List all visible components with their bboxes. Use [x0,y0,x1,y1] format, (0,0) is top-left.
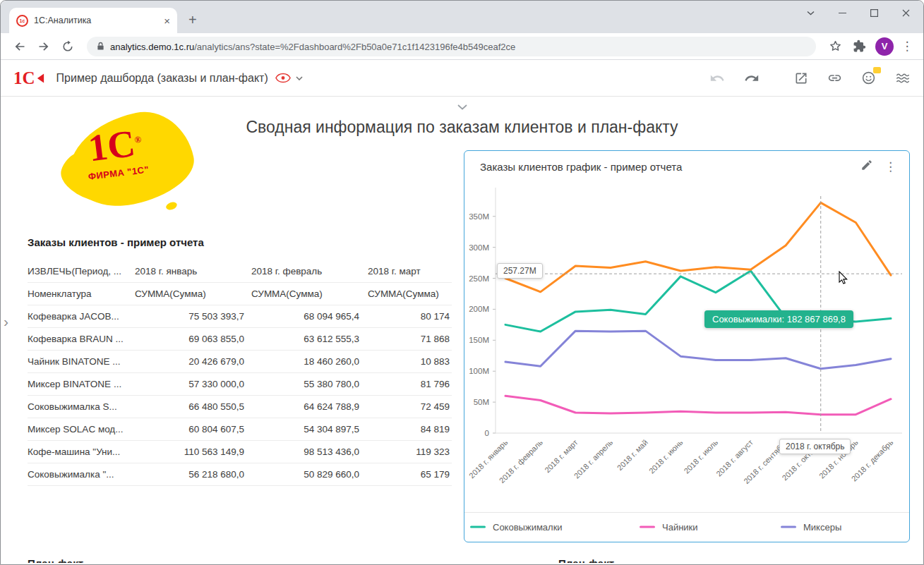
brand-logo-1c: 1С® ФИРМА "1С" [61,104,200,224]
value-cell[interactable]: 75 503 393,7 [135,311,246,322]
appearance-button[interactable] [895,71,911,86]
value-cell[interactable]: 65 179 [361,469,452,480]
value-cell[interactable]: 54 304 897,5 [246,424,361,435]
value-cell[interactable]: 68 094 965,4 [246,311,361,322]
chevron-down-icon [807,11,815,16]
open-external-button[interactable] [794,71,808,85]
x-axis-label: 2018 г. июнь [647,438,685,475]
chart-card[interactable]: Заказы клиентов график - пример отчета ⋮… [464,150,910,542]
series-line-Чайники[interactable] [505,396,891,414]
value-cell[interactable]: 84 819 [361,424,452,435]
close-window-button[interactable] [890,2,922,23]
app-logo-1c[interactable]: 1С [13,69,45,87]
extensions-button[interactable] [848,36,870,57]
star-icon [829,40,842,53]
back-button[interactable] [9,36,30,57]
forward-button[interactable] [33,36,54,57]
next-widget-title-right: План-факт [558,557,614,563]
value-cell[interactable]: 10 883 [361,356,452,367]
bookmark-star-button[interactable] [824,36,846,57]
x-value-tooltip: 2018 г. октябрь [779,439,851,454]
value-cell[interactable]: 81 796 [361,379,452,389]
table-row: Соковыжималка S...66 480 550,564 624 788… [28,396,452,418]
view-mode-eye-icon [275,73,291,83]
chart-area[interactable]: 050M100M150M200M250M300M350M2018 г. янва… [464,182,909,512]
y-axis-label: 200M [469,305,489,313]
collapse-panel-button[interactable] [457,100,467,113]
value-cell[interactable]: 20 426 679,0 [135,356,246,367]
row-label-cell[interactable]: Соковыжималка S... [28,401,135,412]
address-bar: analytics.demo.1c.ru/analytics/ans?state… [1,33,923,60]
table-row: Кофе-машина "Уни...110 563 149,998 513 4… [28,441,452,463]
browser-menu-button[interactable]: ⋮ [899,40,915,52]
value-cell[interactable]: 69 063 855,0 [135,334,246,344]
chart-menu-button[interactable]: ⋮ [884,161,896,173]
row-label-cell[interactable]: Кофеварка JACOB... [28,311,135,322]
chart-card-header: Заказы клиентов график - пример отчета ⋮ [464,151,909,182]
row-label-cell[interactable]: Миксер BINATONE ... [28,379,135,389]
x-axis-label: 2018 г. август [714,438,755,478]
series-line-Миксеры[interactable] [505,331,891,369]
edit-chart-button[interactable] [860,159,873,174]
value-cell[interactable]: 64 624 788,9 [246,401,361,412]
series-line-unlabeled[interactable] [505,202,891,291]
minimize-button[interactable] [827,2,858,23]
window-chevron-down-button[interactable] [795,2,827,23]
value-cell[interactable]: 63 612 555,3 [246,334,361,344]
x-axis-label: 2018 г. май [616,438,649,472]
header-cell: СУММА(Сумма) [361,288,452,299]
row-label-cell[interactable]: Миксер SOLAC мод... [28,424,135,435]
y-axis-label: 350M [469,212,489,221]
value-cell[interactable]: 71 868 [361,334,452,344]
value-cell[interactable]: 57 330 000,0 [135,379,246,389]
value-cell[interactable]: 110 563 149,9 [135,446,246,457]
chart-title: Заказы клиентов график - пример отчета [477,161,849,173]
browser-tab[interactable]: 1c 1С:Аналитика × [9,8,177,33]
profile-avatar[interactable]: V [875,37,894,56]
header-cell: 2018 г. март [361,266,452,277]
header-cell: СУММА(Сумма) [246,288,361,299]
registered-mark: ® [134,134,142,145]
value-cell[interactable]: 60 804 607,5 [135,424,246,435]
value-cell[interactable]: 50 829 660,0 [246,469,361,480]
redo-icon [744,71,760,86]
value-cell[interactable]: 66 480 550,5 [135,401,246,412]
legend-item[interactable]: Миксеры [781,521,841,532]
redo-button[interactable] [744,71,760,86]
browser-window: 1c 1С:Аналитика × + [0,0,924,565]
row-label-cell[interactable]: Кофе-машина "Уни... [28,446,135,457]
url-field[interactable]: analytics.demo.1c.ru/analytics/ans?state… [87,37,816,56]
value-cell[interactable]: 56 218 680,0 [135,469,246,480]
expand-panel-chevron[interactable]: › [4,314,8,329]
header-cell: Номенклатура [28,288,135,299]
app-logo-text: 1С [13,69,35,87]
legend-swatch [781,525,796,528]
row-label-cell[interactable]: Чайник BINATONE ... [28,356,135,367]
legend-item[interactable]: Чайники [640,521,698,532]
waves-icon [895,71,911,86]
value-cell[interactable]: 72 459 [361,401,452,412]
maximize-button[interactable] [858,2,890,23]
legend-item[interactable]: Соковыжималки [470,521,563,532]
value-cell[interactable]: 18 460 260,0 [246,356,361,367]
value-cell[interactable]: 119 323 [361,446,452,457]
reload-button[interactable] [57,36,78,57]
line-chart[interactable]: 050M100M150M200M250M300M350M2018 г. янва… [464,182,909,512]
value-cell[interactable]: 55 380 780,0 [246,379,361,389]
puzzle-icon [853,40,866,53]
chevron-down-icon [296,76,303,80]
title-dropdown-button[interactable] [296,76,303,80]
tab-close-button[interactable]: × [164,16,170,26]
value-cell[interactable]: 80 174 [361,311,452,322]
copy-link-button[interactable] [827,71,842,85]
table-header-row: ИЗВЛЕЧЬ(Период, ...2018 г. январь2018 г.… [28,260,452,283]
new-tab-button[interactable]: + [188,13,197,27]
pencil-icon [860,159,873,171]
row-label-cell[interactable]: Кофеварка BRAUN ... [28,334,135,344]
value-cell[interactable]: 98 513 436,0 [246,446,361,457]
undo-button[interactable] [709,71,725,86]
feedback-button[interactable] [861,71,876,85]
window-controls [795,2,922,23]
y-value-tooltip: 257.27M [497,263,543,279]
row-label-cell[interactable]: Соковыжималка "... [28,469,135,480]
